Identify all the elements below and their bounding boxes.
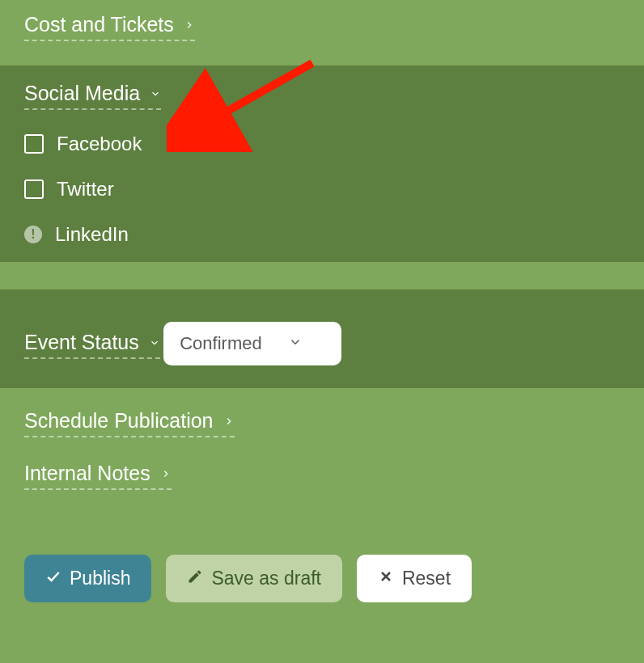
internal-notes-title: Internal Notes — [24, 462, 150, 485]
social-media-section: Social Media Facebook Twitter ! LinkedIn — [0, 65, 644, 262]
section-separator — [0, 262, 644, 289]
save-draft-label: Save as draft — [211, 568, 321, 589]
cost-tickets-section: Cost and Tickets — [0, 0, 644, 65]
event-status-header[interactable]: Event Status — [24, 331, 160, 359]
info-icon[interactable]: ! — [24, 226, 42, 243]
pencil-icon — [187, 568, 203, 589]
linkedin-label: LinkedIn — [55, 223, 129, 246]
internal-notes-section: Internal Notes — [0, 446, 644, 498]
event-status-section: Event Status Confirmed — [0, 289, 644, 388]
social-media-header[interactable]: Social Media — [24, 82, 161, 110]
social-media-title: Social Media — [24, 82, 140, 105]
chevron-down-icon — [149, 337, 160, 348]
internal-notes-header[interactable]: Internal Notes — [24, 462, 172, 490]
twitter-label: Twitter — [57, 178, 114, 201]
chevron-right-icon — [184, 19, 195, 31]
close-icon — [378, 568, 394, 589]
chevron-down-icon — [288, 335, 303, 353]
schedule-publication-header[interactable]: Schedule Publication — [24, 409, 235, 437]
event-status-select[interactable]: Confirmed — [163, 322, 341, 365]
facebook-option: Facebook — [24, 133, 620, 155]
facebook-label: Facebook — [57, 133, 142, 155]
twitter-checkbox[interactable] — [24, 179, 44, 199]
save-draft-button[interactable]: Save as draft — [166, 555, 342, 602]
chevron-right-icon — [223, 416, 235, 427]
publish-button[interactable]: Publish — [24, 555, 151, 602]
schedule-publication-title: Schedule Publication — [24, 409, 214, 433]
schedule-publication-section: Schedule Publication — [0, 388, 644, 446]
facebook-checkbox[interactable] — [24, 134, 44, 154]
cost-tickets-header[interactable]: Cost and Tickets — [24, 13, 195, 41]
reset-button[interactable]: Reset — [357, 555, 472, 602]
event-status-title: Event Status — [24, 331, 139, 354]
twitter-option: Twitter — [24, 178, 620, 201]
chevron-right-icon — [160, 468, 172, 479]
reset-label: Reset — [402, 568, 451, 589]
check-icon — [45, 568, 61, 589]
cost-tickets-title: Cost and Tickets — [24, 13, 174, 36]
publish-label: Publish — [70, 568, 130, 589]
social-media-options: Facebook Twitter ! LinkedIn — [24, 133, 620, 246]
linkedin-option: ! LinkedIn — [24, 223, 620, 246]
action-buttons: Publish Save as draft Reset — [0, 530, 644, 627]
event-status-value: Confirmed — [180, 333, 261, 354]
chevron-down-icon — [150, 88, 161, 99]
